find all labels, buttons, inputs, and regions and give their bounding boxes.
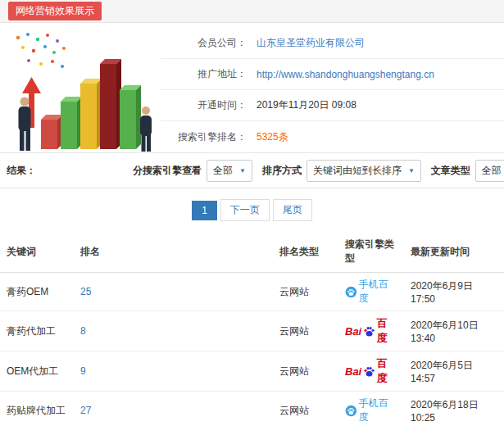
col-engine-type: 搜索引擎类型 xyxy=(338,231,404,273)
member-url-row: 推广地址： http://www.shandonghuangshengtang.… xyxy=(161,59,504,90)
baidu-paw-icon xyxy=(363,365,375,378)
engine-cell: Bai 百度 手机百度 xyxy=(338,311,404,351)
promo-url-label: 推广地址： xyxy=(161,67,247,81)
member-opened-row: 开通时间： 2019年11月20日 09:08 xyxy=(161,90,504,121)
topbar: 网络营销效果展示 xyxy=(0,0,504,23)
sort-filter-select[interactable]: 关键词由短到长排序 ▼ xyxy=(306,160,421,182)
engine-cell: Bai 百度 手机百度 xyxy=(338,273,404,311)
engine-filter-select[interactable]: 全部 ▼ xyxy=(207,160,252,182)
baidu-paw-icon xyxy=(363,325,375,338)
table-row: 膏药OEM 25 云网站 Bai 百度 xyxy=(0,273,504,311)
col-keyword: 关键词 xyxy=(0,231,74,273)
filter-controls: 分搜索引擎查看 全部 ▼ 排序方式 关键词由短到长排序 ▼ 文章类型 全部 ▼ … xyxy=(133,159,504,183)
rank-table: 关键词 排名 排名类型 搜索引擎类型 最新更新时间 膏药OEM 25 云网站 B… xyxy=(0,231,504,426)
rank-type-cell: 云网站 xyxy=(273,273,338,311)
promo-url-link[interactable]: http://www.shandonghuangshengtang.cn xyxy=(257,69,434,80)
pagination: 1 下一页 尾页 xyxy=(0,188,504,231)
article-type-label: 文章类型 xyxy=(431,164,470,178)
next-page-button[interactable]: 下一页 xyxy=(220,199,270,221)
table-body: 膏药OEM 25 云网站 Bai 百度 xyxy=(0,273,504,426)
col-updated: 最新更新时间 xyxy=(404,231,504,273)
keyword-cell: OEM代加工 xyxy=(0,351,74,392)
rank-link[interactable]: 27 xyxy=(80,405,91,416)
sort-filter-value: 关键词由短到长排序 xyxy=(313,164,402,178)
rank-link[interactable]: 25 xyxy=(80,286,91,297)
mobile-baidu-icon xyxy=(345,286,357,298)
keyword-cell: 膏药OEM xyxy=(0,273,74,311)
open-time-label: 开通时间： xyxy=(161,98,247,112)
article-type-value: 全部 xyxy=(482,164,502,178)
table-row: 膏药代加工 8 云网站 Bai 百度 xyxy=(0,311,504,351)
col-rank: 排名 xyxy=(74,231,273,273)
member-company-row: 会员公司： 山东皇圣堂药业有限公司 xyxy=(161,28,504,59)
engine-rank-label: 搜索引擎排名： xyxy=(161,130,247,144)
filter-bar: 结果： 分搜索引擎查看 全部 ▼ 排序方式 关键词由短到长排序 ▼ 文章类型 全… xyxy=(0,152,504,188)
article-type-select[interactable]: 全部 ▼ xyxy=(475,160,504,182)
engine-rank-count: 5325条 xyxy=(257,130,288,144)
rank-type-cell: 云网站 xyxy=(273,351,338,392)
promo-bar-chart-image xyxy=(7,28,156,152)
engine-filter-label: 分搜索引擎查看 xyxy=(133,164,202,178)
member-rank-row: 搜索引擎排名： 5325条 xyxy=(161,121,504,152)
company-link[interactable]: 山东皇圣堂药业有限公司 xyxy=(257,36,365,50)
chevron-down-icon: ▼ xyxy=(239,167,246,174)
keyword-cell: 药贴牌代加工 xyxy=(0,392,74,426)
rank-type-cell: 云网站 xyxy=(273,392,338,426)
engine-filter-value: 全部 xyxy=(213,164,233,178)
mobile-baidu-logo: 手机百度 xyxy=(345,397,397,424)
table-header-row: 关键词 排名 排名类型 搜索引擎类型 最新更新时间 xyxy=(0,231,504,273)
col-rank-type: 排名类型 xyxy=(273,231,338,273)
open-time-value: 2019年11月20日 09:08 xyxy=(257,98,356,112)
rank-type-cell: 云网站 xyxy=(273,311,338,351)
page-title-badge: 网络营销效果展示 xyxy=(8,2,102,20)
company-label: 会员公司： xyxy=(161,36,247,50)
updated-time-cell: 2020年6月5日 14:57 xyxy=(404,351,504,392)
last-page-button[interactable]: 尾页 xyxy=(273,199,312,221)
baidu-logo: Bai 百度 xyxy=(345,356,397,386)
mobile-baidu-icon xyxy=(345,405,357,417)
table-row: OEM代加工 9 云网站 Bai 百度 xyxy=(0,351,504,392)
chevron-down-icon: ▼ xyxy=(408,167,415,174)
updated-time-cell: 2020年6月9日 17:50 xyxy=(404,273,504,311)
baidu-logo: Bai 百度 xyxy=(345,316,397,346)
mobile-baidu-logo: 手机百度 xyxy=(345,278,397,306)
table-row: 药贴牌代加工 27 云网站 Bai 百度 xyxy=(0,392,504,426)
sort-filter-label: 排序方式 xyxy=(262,164,302,178)
keyword-cell: 膏药代加工 xyxy=(0,311,74,351)
result-label: 结果： xyxy=(7,164,36,178)
engine-cell: Bai 百度 手机百度 xyxy=(338,351,404,392)
rank-link[interactable]: 9 xyxy=(80,365,86,377)
rank-link[interactable]: 8 xyxy=(80,325,86,337)
page-1-button[interactable]: 1 xyxy=(192,201,217,220)
updated-time-cell: 2020年6月10日 13:40 xyxy=(404,311,504,351)
member-info: 会员公司： 山东皇圣堂药业有限公司 推广地址： http://www.shand… xyxy=(161,28,504,152)
top-section: 会员公司： 山东皇圣堂药业有限公司 推广地址： http://www.shand… xyxy=(0,23,504,152)
updated-time-cell: 2020年6月18日 10:25 xyxy=(404,392,504,426)
engine-cell: Bai 百度 手机百度 xyxy=(338,392,404,426)
